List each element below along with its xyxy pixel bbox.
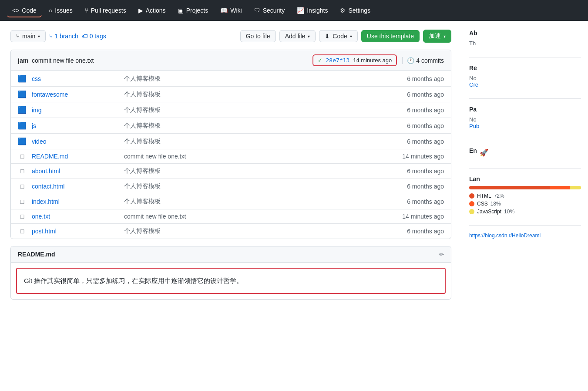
folder-icon: 🟦 (18, 74, 27, 83)
table-row: □ post.html 个人博客模板 6 months ago (11, 224, 451, 239)
languages-heading: Lan (469, 175, 581, 182)
code-chevron-icon: ▾ (350, 34, 352, 39)
file-icon: □ (18, 198, 27, 205)
commit-hash-badge: ✓ 28e7f13 14 minutes ago (312, 54, 397, 66)
about-heading: Ab (469, 30, 581, 37)
packages-section: Pa No Pub (469, 106, 581, 129)
file-icon: □ (18, 228, 27, 235)
folder-icon: 🟦 (18, 106, 27, 114)
file-time: 6 months ago (407, 198, 444, 205)
file-name[interactable]: one.txt (32, 213, 119, 220)
nav-item-actions[interactable]: ▶ Actions (133, 3, 171, 17)
tags-count[interactable]: 🏷 0 tags (82, 33, 106, 40)
pull-requests-icon: ⑂ (85, 7, 88, 14)
language-name: HTML (477, 193, 491, 199)
file-time: 6 months ago (407, 168, 444, 175)
sidebar-divider-3 (469, 140, 581, 140)
nav-item-code[interactable]: <> Code (7, 3, 42, 17)
packages-publish-link[interactable]: Pub (469, 123, 581, 129)
file-name[interactable]: about.html (32, 168, 119, 175)
file-name[interactable]: README.md (32, 153, 119, 160)
download-icon: ⬇ (325, 33, 330, 40)
go-to-file-button[interactable]: Go to file (240, 30, 276, 42)
environments-section: En 🚀 (469, 147, 581, 158)
edit-icon[interactable]: ✏ (439, 251, 444, 258)
branch-count-icon: ⑂ (49, 33, 53, 40)
table-row: □ about.html 个人博客模板 6 months ago (11, 164, 451, 179)
file-name[interactable]: css (32, 75, 119, 82)
folder-icon: 🟦 (18, 137, 27, 145)
readme-header: README.md ✏ (11, 246, 451, 263)
releases-heading: Re (469, 64, 581, 71)
language-percent: 18% (491, 201, 501, 207)
file-name[interactable]: video (32, 138, 119, 145)
nav-item-insights[interactable]: 📈 Insights (292, 3, 333, 17)
repo-toolbar: ⑂ main ▾ ⑂ 1 branch 🏷 0 tags Go to file … (10, 30, 451, 43)
file-name[interactable]: fontawesome (32, 91, 119, 98)
nav-item-issues[interactable]: ○ Issues (44, 3, 78, 17)
main-content: ⑂ main ▾ ⑂ 1 branch 🏷 0 tags Go to file … (0, 21, 462, 308)
table-row: 🟦 img 个人博客模板 6 months ago (11, 102, 451, 118)
nav-item-wiki[interactable]: 📖 Wiki (215, 3, 247, 17)
issues-icon: ○ (49, 7, 52, 14)
nav-item-pull-requests[interactable]: ⑂ Pull requests (80, 3, 131, 17)
packages-text: No (469, 116, 581, 123)
language-bar (469, 186, 581, 189)
file-time: 6 months ago (407, 183, 444, 190)
use-template-button[interactable]: Use this template (361, 30, 420, 42)
language-item: JavaScript 10% (469, 209, 581, 215)
commit-hash[interactable]: 28e7f13 (326, 57, 350, 64)
file-time: 6 months ago (407, 138, 444, 145)
file-name[interactable]: js (32, 122, 119, 129)
languages-section: Lan HTML 72% CSS 18% JavaScript 10% (469, 175, 581, 215)
file-commit-message: 个人博客模板 (124, 198, 402, 206)
nav-item-security[interactable]: 🛡 Security (249, 3, 290, 17)
file-name[interactable]: img (32, 107, 119, 114)
table-row: □ index.html 个人博客模板 6 months ago (11, 194, 451, 209)
file-commit-message: commit new file one.txt (124, 153, 397, 160)
commits-count[interactable]: 🕐 4 commits (402, 57, 444, 64)
clock-icon: 🕐 (407, 57, 414, 64)
branch-selector[interactable]: ⑂ main ▾ (10, 30, 46, 42)
file-commit-message: 个人博客模板 (124, 167, 402, 175)
readme-section: README.md ✏ Git 操作其实很简单，只需多加练习，在实际应用中逐渐领… (10, 246, 451, 300)
commit-message: commit new file one.txt (32, 57, 94, 64)
language-list: HTML 72% CSS 18% JavaScript 10% (469, 193, 581, 215)
file-icon: □ (18, 168, 27, 175)
check-icon: ✓ (318, 57, 323, 64)
speed-button[interactable]: 加速 ▾ (423, 30, 451, 43)
file-time: 6 months ago (407, 122, 444, 129)
language-item: CSS 18% (469, 201, 581, 207)
releases-create-link[interactable]: Cre (469, 81, 581, 88)
table-row: □ one.txt commit new file one.txt 14 min… (11, 209, 451, 224)
nav-item-projects[interactable]: ▣ Projects (173, 3, 214, 17)
file-commit-message: commit new file one.txt (124, 213, 397, 220)
file-commit-message: 个人博客模板 (124, 91, 402, 98)
file-commit-message: 个人博客模板 (124, 182, 402, 190)
language-name: CSS (477, 201, 488, 207)
insights-icon: 📈 (297, 7, 304, 14)
folder-icon: 🟦 (18, 121, 27, 130)
table-row: 🟦 css 个人博客模板 6 months ago (11, 71, 451, 87)
branch-count[interactable]: ⑂ 1 branch (49, 33, 78, 40)
language-dot (469, 193, 474, 199)
add-file-button[interactable]: Add file ▾ (279, 30, 316, 42)
environments-heading: En (469, 147, 477, 154)
file-name[interactable]: contact.html (32, 183, 119, 190)
file-name[interactable]: post.html (32, 228, 119, 235)
about-text: Th (469, 40, 581, 47)
language-item: HTML 72% (469, 193, 581, 199)
file-time: 6 months ago (407, 107, 444, 114)
csdn-link[interactable]: https://blog.csdn.r/HelloDreami (469, 233, 581, 239)
sidebar-divider-2 (469, 98, 581, 99)
file-name[interactable]: index.html (32, 198, 119, 205)
file-time: 14 minutes ago (402, 153, 444, 160)
code-button[interactable]: ⬇ Code ▾ (319, 30, 357, 42)
language-name: JavaScript (477, 209, 501, 215)
settings-icon: ⚙ (340, 7, 346, 14)
table-row: □ README.md commit new file one.txt 14 m… (11, 149, 451, 164)
about-section: Ab Th (469, 30, 581, 47)
file-time: 6 months ago (407, 75, 444, 82)
nav-item-settings[interactable]: ⚙ Settings (335, 3, 376, 17)
projects-icon: ▣ (178, 7, 184, 14)
